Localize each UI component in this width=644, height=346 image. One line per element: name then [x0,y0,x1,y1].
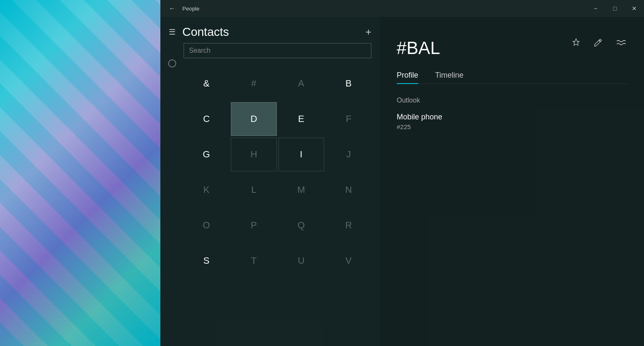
letter-cell-s[interactable]: S [184,244,229,278]
letter-cell-l[interactable]: L [231,173,276,207]
tab-bar: ProfileTimeline [397,71,627,84]
back-button[interactable]: ← [165,3,179,14]
letter-cell-t[interactable]: T [231,244,276,278]
letter-cell-b[interactable]: B [326,67,371,100]
contacts-toolbar: ☰ Contacts + [160,17,380,43]
contacts-pane: ☰ Contacts + &#ABCDEFGHIJKLMNOPQRSTUV [160,17,380,346]
search-row [160,43,380,62]
letter-cell-q[interactable]: Q [279,208,324,242]
contact-source: Outlook [397,97,627,104]
letter-cell-r[interactable]: R [326,208,371,242]
contacts-title: Contacts [182,25,229,39]
letter-cell-g[interactable]: G [184,138,229,171]
contact-fields: Mobile phone#225 [397,113,627,130]
add-contact-button[interactable]: + [365,26,371,38]
letter-cell-a[interactable]: A [279,67,324,100]
background-left [0,0,160,346]
more-icon[interactable] [615,38,627,49]
pin-icon[interactable] [571,38,581,49]
letter-cell-j[interactable]: J [326,138,371,171]
detail-header-icons [571,38,627,49]
field-label: Mobile phone [397,113,627,122]
letter-cell-u[interactable]: U [279,244,324,278]
letter-cell-&[interactable]: & [184,67,229,100]
minimize-button[interactable]: − [586,0,605,17]
letter-cell-k[interactable]: K [184,173,229,207]
letter-cell-p[interactable]: P [231,208,276,242]
letter-cell-h[interactable]: H [231,138,276,171]
search-input[interactable] [184,43,371,58]
letter-grid: &#ABCDEFGHIJKLMNOPQRSTUV [160,62,380,346]
app-title: People [182,5,199,12]
hamburger-button[interactable]: ☰ [169,27,176,37]
letter-cell-c[interactable]: C [184,102,229,136]
letter-cell-f[interactable]: F [326,102,371,136]
letter-cell-#[interactable]: # [231,67,276,100]
maximize-button[interactable]: □ [605,0,625,17]
field-value: #225 [397,123,627,130]
person-icon[interactable]: ◯ [168,58,176,68]
tab-profile[interactable]: Profile [397,71,418,84]
tab-timeline[interactable]: Timeline [435,71,463,84]
letter-cell-e[interactable]: E [279,102,324,136]
letter-cell-i[interactable]: I [279,138,324,171]
letter-cell-o[interactable]: O [184,208,229,242]
sidebar-icons: ◯ [160,55,184,68]
close-button[interactable]: ✕ [625,0,644,17]
letter-cell-m[interactable]: M [279,173,324,207]
letter-cell-n[interactable]: N [326,173,371,207]
edit-icon[interactable] [593,38,603,49]
detail-pane: #BAL ProfileTimeline Outlook Mobile phon… [380,17,644,346]
contact-field: Mobile phone#225 [397,113,627,130]
letter-cell-d[interactable]: D [231,102,276,136]
app-header: ← People [160,0,380,17]
letter-cell-v[interactable]: V [326,244,371,278]
